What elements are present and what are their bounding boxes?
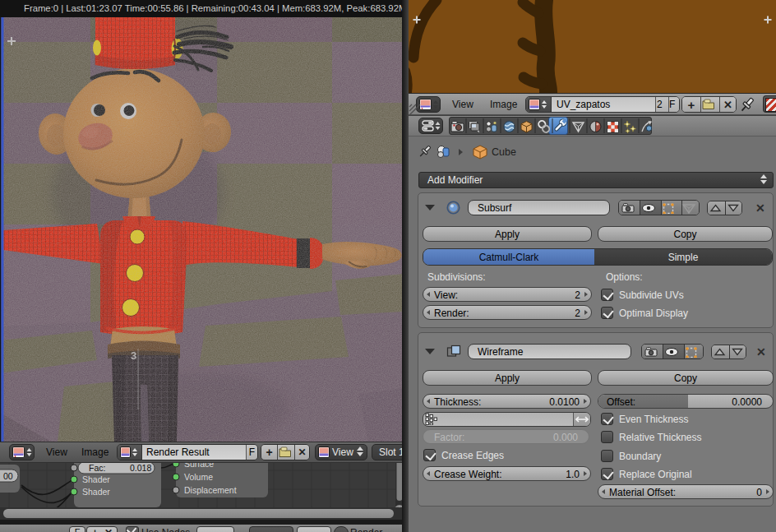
svg-text:Shader: Shader <box>82 474 110 484</box>
svg-text:Fac:: Fac: <box>89 463 105 473</box>
svg-text:00: 00 <box>3 471 13 481</box>
svg-text:0.018: 0.018 <box>130 463 151 473</box>
svg-text:Volume: Volume <box>184 472 213 482</box>
svg-text:Shader: Shader <box>82 487 110 497</box>
svg-text:Surface: Surface <box>184 463 214 469</box>
svg-text:Displacement: Displacement <box>184 485 237 495</box>
